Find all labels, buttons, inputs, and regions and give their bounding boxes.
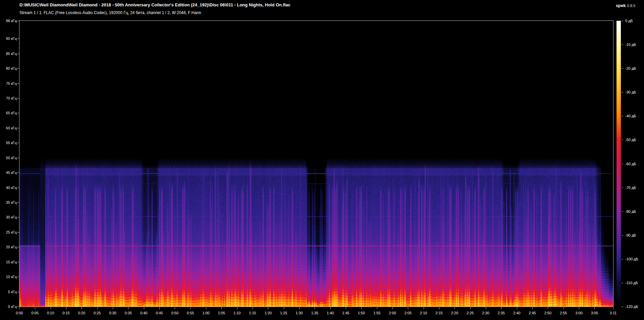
time-tick: [439, 307, 439, 309]
time-tick-label: 0:10: [43, 311, 58, 315]
app-version-badge: spek0.8.5: [616, 2, 635, 8]
time-tick: [284, 307, 284, 309]
freq-tick-label: 0 кГц: [0, 304, 17, 309]
time-tick-label: 0:05: [28, 311, 42, 315]
time-tick: [501, 307, 501, 309]
freq-tick-label: 60 кГц: [0, 126, 17, 130]
freq-tick: [17, 128, 19, 128]
db-tick-label: -90 дБ: [625, 233, 636, 238]
time-tick-label: 3:00: [572, 311, 586, 315]
time-tick-label: 2:25: [463, 311, 478, 315]
db-tick: [622, 92, 623, 92]
time-tick: [486, 307, 486, 309]
time-tick: [564, 307, 564, 309]
time-tick-label: 2:20: [447, 311, 462, 315]
freq-tick: [17, 307, 19, 307]
time-tick: [424, 307, 424, 309]
db-tick-label: -70 дБ: [625, 185, 636, 190]
time-tick-label: 0:55: [183, 311, 198, 315]
db-tick-label: -20 дБ: [625, 66, 636, 71]
time-tick: [548, 307, 548, 309]
freq-tick: [17, 217, 19, 217]
db-tick-label: 0 дБ: [625, 18, 633, 23]
db-tick-label: -80 дБ: [625, 209, 636, 214]
freq-tick: [17, 277, 19, 277]
db-tick: [622, 68, 623, 69]
db-tick-label: -10 дБ: [625, 42, 636, 47]
freq-tick: [17, 68, 19, 69]
freq-tick: [17, 143, 19, 143]
freq-tick-label: 70 кГц: [0, 96, 17, 101]
time-tick-label: 1:10: [230, 311, 245, 315]
time-tick: [377, 307, 377, 309]
time-tick-label: 2:30: [478, 311, 493, 315]
time-tick-label: 0:25: [90, 311, 105, 315]
freq-tick: [17, 158, 19, 158]
db-tick-label: -100 дБ: [625, 257, 638, 261]
db-tick: [622, 188, 623, 188]
time-tick: [315, 307, 315, 309]
time-tick-label: 0:00: [12, 311, 27, 315]
freq-tick-label: 15 кГц: [0, 260, 17, 264]
freq-tick: [17, 21, 19, 21]
time-tick: [299, 307, 300, 309]
freq-tick-label: 20 кГц: [0, 245, 17, 249]
time-tick: [221, 307, 222, 309]
time-tick: [191, 307, 191, 309]
db-tick-label: -40 дБ: [625, 114, 636, 118]
time-tick-label: 1:55: [370, 311, 384, 315]
time-tick: [97, 307, 98, 309]
freq-tick-label: 35 кГц: [0, 200, 17, 205]
time-tick-label: 0:20: [74, 311, 89, 315]
time-tick-label: 1:50: [354, 311, 369, 315]
time-tick: [82, 307, 82, 309]
time-tick: [144, 307, 144, 309]
freq-tick: [17, 232, 19, 233]
db-tick-label: -120 дБ: [625, 304, 638, 309]
time-tick-label: 0:45: [152, 311, 167, 315]
freq-tick-label: 85 кГц: [0, 51, 17, 56]
db-tick: [622, 259, 623, 259]
freq-tick: [17, 113, 19, 113]
db-tick: [622, 45, 623, 45]
db-tick: [622, 283, 623, 283]
spek-window: { "app": { "name": "spek", "version": "0…: [0, 0, 644, 320]
freq-tick-label: 90 кГц: [0, 36, 17, 41]
time-tick: [408, 307, 408, 309]
db-tick: [622, 140, 623, 140]
time-tick-label: 0:35: [121, 311, 136, 315]
time-tick: [159, 307, 160, 309]
freq-tick-label: 96 кГц: [0, 18, 17, 23]
time-tick: [594, 307, 595, 309]
freq-tick-label: 50 кГц: [0, 155, 17, 160]
db-tick: [622, 235, 623, 236]
app-name: spek: [616, 3, 626, 8]
file-path-title: D:\MUSIC\Neil Diamond\Neil Diamond - 201…: [19, 2, 290, 7]
freq-tick: [17, 83, 19, 84]
time-tick: [175, 307, 175, 309]
time-tick: [579, 307, 579, 309]
time-tick: [51, 307, 51, 309]
db-tick-label: -50 дБ: [625, 137, 636, 142]
freq-tick-label: 40 кГц: [0, 185, 17, 190]
time-tick-label: 2:50: [540, 311, 555, 315]
time-tick-label: 1:40: [323, 311, 338, 315]
freq-tick-label: 55 кГц: [0, 140, 17, 145]
freq-tick: [17, 202, 19, 203]
spectrogram-canvas: [19, 21, 613, 307]
time-tick: [346, 307, 346, 309]
freq-tick: [17, 39, 19, 39]
db-colorbar: [616, 21, 621, 307]
db-tick: [622, 21, 623, 21]
time-tick-label: 1:30: [292, 311, 307, 315]
time-tick: [330, 307, 331, 309]
app-version-number: 0.8.5: [627, 4, 635, 8]
freq-tick: [17, 173, 19, 173]
db-tick: [622, 164, 623, 164]
freq-tick-label: 10 кГц: [0, 274, 17, 279]
db-tick: [622, 211, 623, 212]
time-tick: [237, 307, 237, 309]
freq-tick-label: 25 кГц: [0, 230, 17, 235]
time-tick: [361, 307, 362, 309]
time-tick: [19, 307, 20, 309]
